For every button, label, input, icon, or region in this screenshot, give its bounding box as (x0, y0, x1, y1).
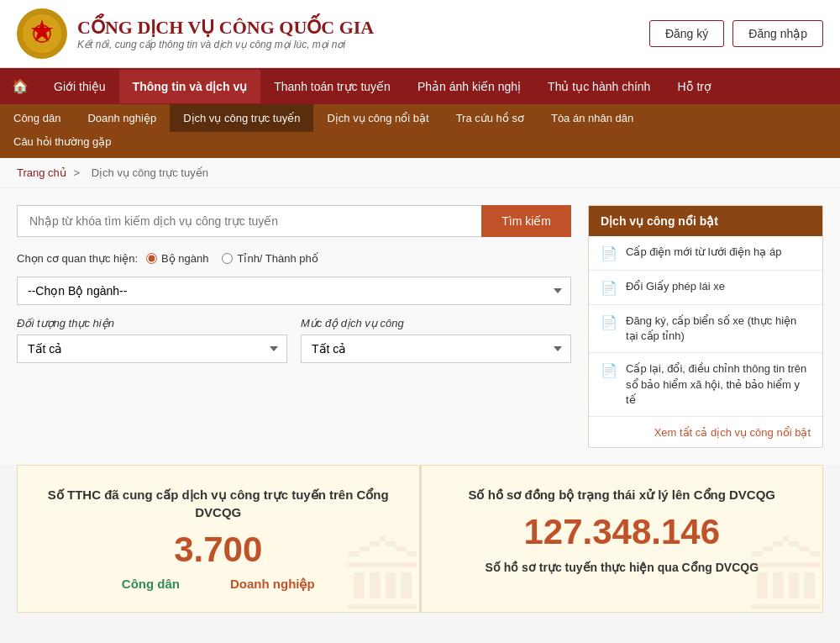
nav-item-gioithieu[interactable]: Giới thiệu (40, 70, 119, 103)
stat-box-left: 🏛 Số TTHC đã cung cấp dịch vụ công trực … (17, 465, 420, 613)
sub-nav-container: Công dân Doanh nghiệp Dịch vụ công trực … (0, 104, 840, 158)
document-icon-1: 📄 (601, 280, 617, 296)
muc-do-group: Mức độ dịch vụ công Tất cả (301, 317, 571, 363)
subnav-doanhnghiep[interactable]: Doanh nghiệp (74, 104, 170, 132)
selects-row: Đối tượng thực hiện Tất cả Mức độ dịch v… (17, 317, 571, 363)
document-icon-0: 📄 (601, 245, 617, 261)
breadcrumb: Trang chủ > Dịch vụ công trực tuyến (0, 158, 840, 188)
sidebar-link-2[interactable]: Đăng ký, cấp biển số xe (thực hiện tại c… (626, 314, 811, 344)
sidebar-more: Xem tất cả dịch vụ công nổi bật (589, 417, 822, 447)
subnav-cauhoi[interactable]: Câu hỏi thường gặp (0, 132, 125, 155)
muc-do-select[interactable]: Tất cả (301, 335, 571, 363)
header-left: CỔNG DỊCH VỤ CÔNG QUỐC GIA Kết nối, cung… (17, 8, 374, 59)
radio-group: Bộ ngành Tỉnh/ Thành phố (146, 252, 318, 265)
radio-bo-nganh[interactable]: Bộ ngành (146, 252, 208, 265)
breadcrumb-current: Dịch vụ công trực tuyến (92, 166, 208, 179)
doi-tuong-label: Đối tượng thực hiện (17, 317, 287, 329)
logo-text: CỔNG DỊCH VỤ CÔNG QUỐC GIA Kết nối, cung… (77, 17, 374, 50)
home-icon[interactable]: 🏠 (0, 68, 40, 104)
sidebar-link-0[interactable]: Cấp điện mới từ lưới điện hạ áp (626, 245, 781, 260)
doi-tuong-group: Đối tượng thực hiện Tất cả (17, 317, 287, 363)
radio-bo-nganh-label: Bộ ngành (161, 252, 208, 265)
doi-tuong-select[interactable]: Tất cả (17, 335, 287, 363)
muc-do-label: Mức độ dịch vụ công (301, 317, 571, 329)
nav-item-thanhtoan[interactable]: Thanh toán trực tuyến (260, 70, 404, 103)
radio-bo-nganh-input[interactable] (146, 253, 157, 264)
stat-left-title: Số TTHC đã cung cấp dịch vụ công trực tu… (34, 486, 402, 521)
subnav-noibat[interactable]: Dịch vụ công nổi bật (313, 104, 442, 132)
content-area: Tìm kiếm Chọn cơ quan thực hiện: Bộ ngàn… (0, 188, 840, 465)
logo-emblem (17, 8, 67, 59)
sidebar-item-3: 📄 Cấp lại, đổi, điều chỉnh thông tin trê… (589, 353, 822, 417)
sidebar-title: Dịch vụ công nổi bật (589, 206, 822, 236)
sidebar-item-2: 📄 Đăng ký, cấp biển số xe (thực hiện tại… (589, 305, 822, 353)
breadcrumb-home[interactable]: Trang chủ (17, 166, 66, 179)
header-buttons: Đăng ký Đăng nhập (649, 20, 823, 47)
search-input[interactable] (17, 205, 481, 237)
sidebar-more-link[interactable]: Xem tất cả dịch vụ công nổi bật (654, 426, 811, 439)
radio-tinh[interactable]: Tỉnh/ Thành phố (222, 252, 318, 265)
radio-tinh-input[interactable] (222, 253, 233, 264)
stat-link-congdan[interactable]: Công dân (122, 577, 180, 592)
sub-nav: Công dân Doanh nghiệp Dịch vụ công trực … (0, 104, 840, 132)
subnav-congdan[interactable]: Công dân (0, 104, 74, 132)
sidebar-item-0: 📄 Cấp điện mới từ lưới điện hạ áp (589, 236, 822, 271)
document-icon-3: 📄 (601, 362, 617, 378)
stat-box-right: 🏛 Số hồ sơ đồng bộ trạng thái xử lý lên … (421, 465, 824, 613)
radio-tinh-label: Tỉnh/ Thành phố (237, 252, 318, 265)
stat-watermark-right: 🏛 (747, 532, 823, 613)
nav-item-thutuc[interactable]: Thủ tục hành chính (534, 70, 664, 103)
login-button[interactable]: Đăng nhập (732, 20, 823, 47)
breadcrumb-separator: > (73, 166, 80, 179)
sidebar-link-1[interactable]: Đổi Giấy phép lái xe (626, 279, 725, 294)
filter-co-quan: Chọn cơ quan thực hiện: Bộ ngành Tỉnh/ T… (17, 252, 571, 265)
nav-item-hotro[interactable]: Hỗ trợ (664, 70, 725, 103)
document-icon-2: 📄 (601, 314, 617, 330)
main-nav: 🏠 Giới thiệu Thông tin và dịch vụ Thanh … (0, 68, 840, 104)
sidebar-box: Dịch vụ công nổi bật 📄 Cấp điện mới từ l… (588, 205, 823, 448)
stat-right-title1: Số hồ sơ đồng bộ trạng thái xử lý lên Cổ… (438, 486, 806, 503)
subnav-toaan[interactable]: Tòa án nhân dân (538, 104, 647, 132)
nav-item-phananh[interactable]: Phản ánh kiến nghị (404, 70, 534, 103)
subnav-tracuu[interactable]: Tra cứu hồ sơ (443, 104, 538, 132)
site-title: CỔNG DỊCH VỤ CÔNG QUỐC GIA (77, 17, 374, 39)
stats-section: 🏛 Số TTHC đã cung cấp dịch vụ công trực … (0, 465, 840, 630)
stat-watermark-left: 🏛 (344, 532, 420, 613)
subnav-dichvucong[interactable]: Dịch vụ công trực tuyến (170, 104, 313, 132)
site-subtitle: Kết nối, cung cấp thông tin và dịch vụ c… (77, 39, 374, 50)
sub-nav-row2: Câu hỏi thường gặp (0, 132, 840, 158)
sidebar-item-1: 📄 Đổi Giấy phép lái xe (589, 271, 822, 305)
search-row: Tìm kiếm (17, 205, 571, 237)
main-content: Tìm kiếm Chọn cơ quan thực hiện: Bộ ngàn… (17, 205, 571, 448)
sidebar: Dịch vụ công nổi bật 📄 Cấp điện mới từ l… (588, 205, 823, 448)
nav-item-thongtin[interactable]: Thông tin và dịch vụ (119, 70, 261, 103)
header: CỔNG DỊCH VỤ CÔNG QUỐC GIA Kết nối, cung… (0, 0, 840, 68)
search-button[interactable]: Tìm kiếm (481, 205, 571, 237)
stat-link-doanhnghiep[interactable]: Doanh nghiệp (230, 577, 315, 592)
filter-label: Chọn cơ quan thực hiện: (17, 252, 138, 265)
register-button[interactable]: Đăng ký (649, 20, 724, 47)
bo-nganh-select[interactable]: --Chọn Bộ ngành-- (17, 277, 571, 305)
sidebar-link-3[interactable]: Cấp lại, đổi, điều chỉnh thông tin trên … (626, 361, 811, 408)
